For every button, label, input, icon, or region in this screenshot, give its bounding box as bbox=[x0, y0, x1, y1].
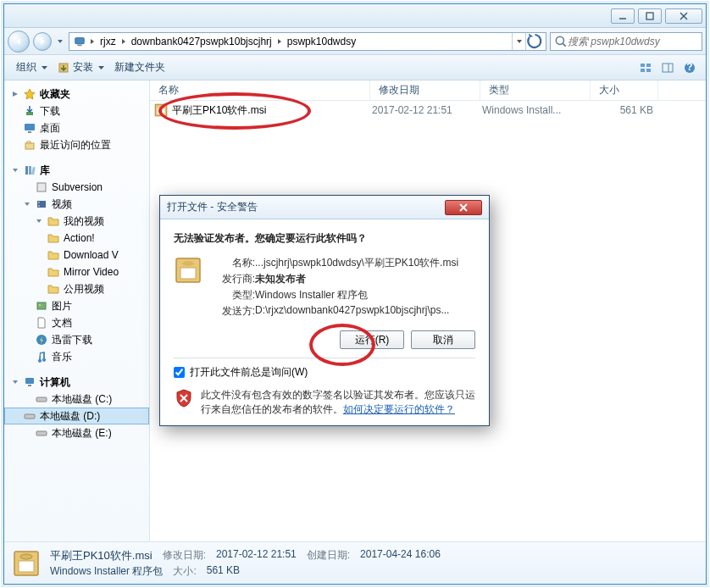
install-button[interactable]: 安装 bbox=[53, 58, 109, 76]
sidebar-documents[interactable]: 文档 bbox=[4, 314, 149, 331]
publisher-value: 未知发布者 bbox=[255, 272, 475, 286]
dialog-headline: 无法验证发布者。您确定要运行此软件吗？ bbox=[174, 231, 475, 246]
install-label: 安装 bbox=[73, 60, 93, 75]
sidebar-disk-e[interactable]: 本地磁盘 (E:) bbox=[4, 424, 149, 441]
sidebar-label: Action! bbox=[64, 232, 95, 244]
help-button[interactable]: ? bbox=[680, 58, 699, 77]
breadcrumb-arrow[interactable] bbox=[88, 39, 97, 44]
sidebar-thunder[interactable]: 迅雷下载 bbox=[4, 331, 149, 348]
svg-rect-13 bbox=[663, 64, 673, 72]
sidebar-videos[interactable]: 视频 bbox=[4, 196, 149, 213]
caret-down-icon bbox=[11, 379, 19, 386]
sidebar-public-vid[interactable]: 公用视频 bbox=[4, 280, 149, 297]
dialog-title-bar[interactable]: 打开文件 - 安全警告 bbox=[160, 196, 489, 219]
sidebar-label: Mirror Video bbox=[64, 266, 119, 278]
column-headers: 名称 修改日期 类型 大小 bbox=[150, 80, 706, 101]
sidebar-disk-c[interactable]: 本地磁盘 (C:) bbox=[4, 391, 149, 408]
sidebar-desktop[interactable]: 桌面 bbox=[4, 119, 149, 136]
sidebar-libraries[interactable]: 库 bbox=[4, 162, 149, 179]
svg-rect-12 bbox=[646, 69, 651, 72]
video-icon bbox=[35, 197, 48, 211]
sidebar-subversion[interactable]: Subversion bbox=[4, 179, 149, 196]
address-bar[interactable]: rjxz downbank0427pswpk10bjscjhrj pswpk10… bbox=[69, 32, 546, 51]
svg-point-6 bbox=[556, 36, 563, 44]
sidebar-download-v[interactable]: Download V bbox=[4, 247, 149, 263]
minimize-button[interactable] bbox=[611, 8, 635, 24]
sidebar-pictures[interactable]: 图片 bbox=[4, 297, 149, 314]
toolbar: 组织 安装 新建文件夹 ? bbox=[4, 55, 706, 80]
details-created-val: 2017-04-24 16:06 bbox=[360, 548, 441, 563]
new-folder-label: 新建文件夹 bbox=[114, 60, 165, 75]
preview-pane-button[interactable] bbox=[658, 58, 677, 77]
svg-rect-1 bbox=[646, 13, 653, 19]
warning-link[interactable]: 如何决定要运行的软件？ bbox=[343, 403, 455, 415]
library-icon bbox=[23, 164, 36, 177]
view-options-button[interactable] bbox=[636, 58, 655, 77]
thunder-icon bbox=[35, 333, 48, 347]
breadcrumb-seg-1[interactable]: downbank0427pswpk10bjscjhrj bbox=[128, 33, 275, 50]
dialog-close-button[interactable] bbox=[445, 200, 482, 215]
svg-rect-25 bbox=[37, 201, 46, 208]
close-button[interactable] bbox=[665, 8, 702, 24]
svg-rect-34 bbox=[25, 414, 35, 419]
file-size: 561 KB bbox=[592, 104, 653, 116]
maximize-button[interactable] bbox=[638, 8, 662, 24]
msi-large-icon bbox=[11, 548, 42, 579]
breadcrumb-seg-0[interactable]: rjxz bbox=[97, 33, 119, 50]
breadcrumb-arrow[interactable] bbox=[275, 39, 284, 44]
always-ask-checkbox[interactable] bbox=[174, 367, 185, 378]
document-icon bbox=[35, 316, 48, 330]
sidebar-action[interactable]: Action! bbox=[4, 230, 149, 247]
sidebar-computer[interactable]: 计算机 bbox=[4, 374, 149, 391]
computer-icon bbox=[23, 375, 36, 389]
svg-rect-24 bbox=[37, 183, 46, 191]
new-folder-button[interactable]: 新建文件夹 bbox=[109, 58, 170, 76]
details-type: Windows Installer 程序包 bbox=[50, 564, 163, 579]
sidebar-downloads[interactable]: 下载 bbox=[4, 103, 149, 119]
svg-rect-31 bbox=[25, 378, 34, 384]
caret-down-icon bbox=[23, 201, 31, 208]
svg-rect-22 bbox=[29, 166, 31, 175]
file-row[interactable]: 平刷王PK10软件.msi 2017-02-12 21:51 Windows I… bbox=[150, 101, 706, 119]
folder-icon bbox=[47, 248, 60, 262]
svg-rect-37 bbox=[158, 108, 165, 114]
nav-row: rjxz downbank0427pswpk10bjscjhrj pswpk10… bbox=[4, 28, 706, 55]
cancel-button[interactable]: 取消 bbox=[411, 330, 475, 349]
svg-rect-5 bbox=[77, 44, 81, 46]
search-box[interactable] bbox=[550, 32, 702, 51]
breadcrumb-arrow[interactable] bbox=[119, 39, 128, 44]
organize-menu[interactable]: 组织 bbox=[11, 58, 53, 76]
folder-icon bbox=[47, 214, 60, 228]
sidebar-recent[interactable]: 最近访问的位置 bbox=[4, 136, 149, 153]
type-label: 类型: bbox=[211, 288, 255, 302]
col-date[interactable]: 修改日期 bbox=[370, 80, 480, 100]
svg-rect-18 bbox=[25, 124, 35, 130]
col-type[interactable]: 类型 bbox=[480, 80, 591, 100]
name-label: 名称: bbox=[211, 256, 255, 270]
refresh-button[interactable] bbox=[525, 33, 544, 50]
forward-button[interactable] bbox=[33, 32, 52, 51]
sidebar-my-videos[interactable]: 我的视频 bbox=[4, 213, 149, 230]
svg-line-7 bbox=[563, 43, 565, 46]
col-size[interactable]: 大小 bbox=[591, 80, 658, 100]
disk-icon bbox=[35, 392, 48, 406]
svg-point-27 bbox=[38, 205, 40, 207]
sidebar-disk-d[interactable]: 本地磁盘 (D:) bbox=[4, 408, 149, 424]
search-input[interactable] bbox=[568, 36, 698, 47]
subversion-icon bbox=[35, 180, 48, 194]
sidebar-mirror-vid[interactable]: Mirror Video bbox=[4, 263, 149, 280]
svg-rect-35 bbox=[36, 431, 47, 435]
nav-history-dropdown[interactable] bbox=[55, 32, 65, 51]
back-button[interactable] bbox=[8, 31, 30, 53]
search-icon bbox=[554, 35, 568, 48]
folder-icon bbox=[47, 265, 60, 279]
sidebar-favorites[interactable]: 收藏夹 bbox=[4, 86, 149, 103]
sidebar-music[interactable]: 音乐 bbox=[4, 348, 149, 365]
svg-point-26 bbox=[38, 202, 40, 203]
type-value: Windows Installer 程序包 bbox=[255, 288, 475, 302]
security-warning-dialog: 打开文件 - 安全警告 无法验证发布者。您确定要运行此软件吗？ 名称:...js… bbox=[159, 195, 490, 426]
address-dropdown[interactable] bbox=[512, 33, 525, 50]
run-button[interactable]: 运行(R) bbox=[340, 330, 404, 349]
breadcrumb-seg-2[interactable]: pswpk10dwdsy bbox=[284, 33, 359, 50]
col-name[interactable]: 名称 bbox=[150, 80, 370, 100]
